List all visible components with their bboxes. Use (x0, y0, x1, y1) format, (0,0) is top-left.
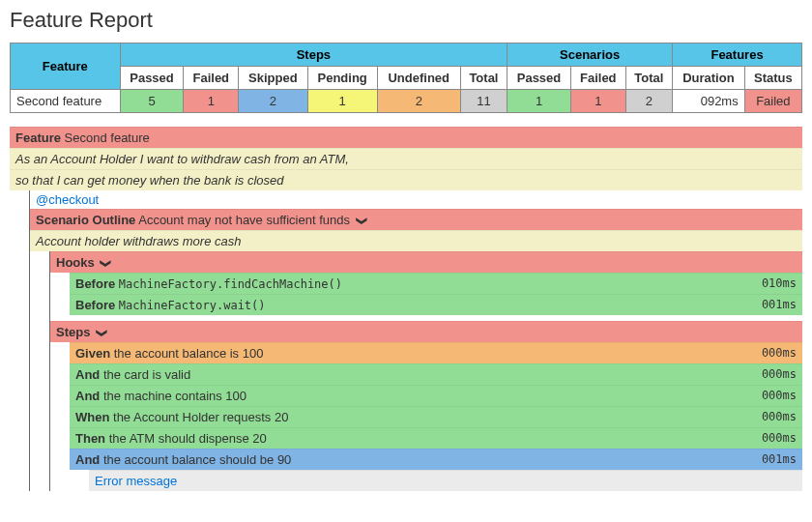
col-feature: Feature (11, 44, 121, 90)
cell-steps-failed: 1 (184, 90, 239, 113)
step-time: 000ms (762, 346, 797, 360)
step-row: And the account balance should be 90001m… (70, 449, 802, 470)
step-time: 000ms (762, 410, 797, 423)
scenario-header[interactable]: Scenario Outline Account may not have su… (30, 209, 802, 230)
step-keyword: And (75, 367, 100, 382)
col-steps-skipped: Skipped (239, 67, 307, 90)
feature-keyword: Feature (15, 130, 61, 145)
col-steps-passed: Passed (120, 67, 184, 90)
step-time: 000ms (762, 431, 797, 445)
scenario-desc: Account holder withdraws more cash (30, 230, 802, 251)
step-row: And the card is valid000ms (70, 363, 802, 385)
summary-table: Feature Steps Scenarios Features Passed … (10, 43, 802, 113)
step-text: the account balance should be 90 (103, 452, 291, 467)
col-scen-failed: Failed (570, 67, 625, 90)
feature-story-1: As an Account Holder I want to withdraw … (10, 148, 802, 169)
scenario-name: Account may not have sufficient funds (138, 213, 350, 227)
hook-keyword: Before (75, 276, 115, 291)
cell-steps-skipped: 2 (239, 90, 307, 113)
hook-keyword: Before (75, 298, 115, 312)
cell-steps-passed: 5 (120, 90, 184, 113)
feature-detail: Feature Second feature As an Account Hol… (10, 127, 802, 491)
col-group-features: Features (673, 44, 802, 67)
col-scen-total: Total (625, 67, 672, 90)
scenario-keyword: Scenario Outline (36, 213, 135, 227)
hooks-list: Before MachineFactory.findCachMachine()0… (70, 273, 802, 315)
step-keyword: Given (75, 346, 110, 361)
step-row: Given the account balance is 100000ms (70, 342, 802, 363)
step-text: the card is valid (103, 367, 190, 382)
chevron-down-icon (98, 255, 110, 270)
step-row: Then the ATM should dispense 20000ms (70, 427, 802, 449)
cell-scen-total: 2 (625, 90, 672, 113)
hook-time: 001ms (762, 298, 797, 311)
step-time: 000ms (762, 367, 797, 381)
cell-steps-total: 11 (460, 90, 507, 113)
steps-list: Given the account balance is 100000msAnd… (70, 342, 802, 491)
step-keyword: And (75, 452, 100, 467)
step-text: the machine contains 100 (103, 389, 246, 403)
hooks-label: Hooks (56, 255, 95, 270)
hook-location: MachineFactory.wait() (119, 299, 266, 312)
hook-time: 010ms (762, 276, 797, 290)
col-steps-failed: Failed (184, 67, 239, 90)
col-feat-status: Status (744, 67, 801, 90)
col-group-steps: Steps (120, 44, 508, 67)
step-text: the account balance is 100 (114, 346, 264, 361)
feature-header: Feature Second feature (10, 127, 802, 148)
col-group-scenarios: Scenarios (508, 44, 673, 67)
cell-steps-undefined: 2 (377, 90, 460, 113)
cell-scen-failed: 1 (570, 90, 625, 113)
feature-story-2: so that I can get money when the bank is… (10, 169, 802, 190)
hooks-header[interactable]: Hooks (50, 251, 802, 273)
step-keyword: Then (75, 431, 105, 446)
col-steps-pending: Pending (307, 67, 377, 90)
hook-row: Before MachineFactory.wait()001ms (70, 294, 802, 315)
step-time: 001ms (762, 452, 797, 466)
step-row: And the machine contains 100000ms (70, 385, 802, 406)
step-row: When the Account Holder requests 20000ms (70, 406, 802, 427)
cell-steps-pending: 1 (307, 90, 377, 113)
steps-header[interactable]: Steps (50, 321, 802, 342)
step-time: 000ms (762, 389, 797, 402)
col-steps-undefined: Undefined (377, 67, 460, 90)
scenario-tag[interactable]: @checkout (30, 190, 802, 209)
chevron-down-icon (94, 325, 106, 339)
step-keyword: And (75, 389, 100, 403)
cell-feat-duration: 092ms (673, 90, 745, 113)
feature-name: Second feature (65, 130, 150, 145)
error-message-link[interactable]: Error message (95, 474, 797, 488)
hook-row: Before MachineFactory.findCachMachine()0… (70, 273, 802, 294)
col-scen-passed: Passed (508, 67, 571, 90)
col-steps-total: Total (460, 67, 507, 90)
hook-location: MachineFactory.findCachMachine() (119, 277, 342, 291)
step-text: the ATM should dispense 20 (109, 431, 267, 446)
cell-feature: Second feature (11, 90, 121, 113)
table-row: Second feature 5 1 2 1 2 11 1 1 2 092ms … (11, 90, 802, 113)
step-error: Error message (89, 470, 802, 491)
step-text: the Account Holder requests 20 (113, 410, 288, 424)
cell-feat-status: Failed (744, 90, 801, 113)
col-feat-duration: Duration (673, 67, 745, 90)
steps-label: Steps (56, 325, 90, 339)
step-keyword: When (75, 410, 109, 424)
chevron-down-icon (354, 213, 366, 227)
cell-scen-passed: 1 (508, 90, 571, 113)
page-title: Feature Report (10, 8, 802, 33)
